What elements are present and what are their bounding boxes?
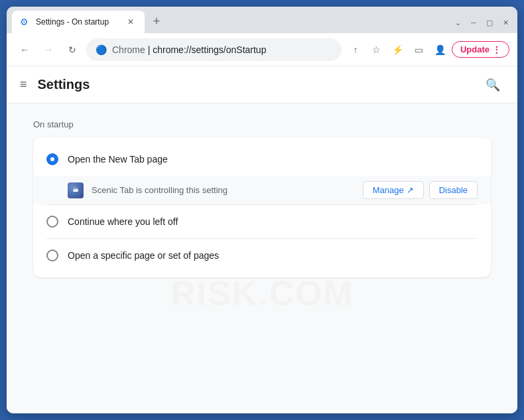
- external-link-icon: ↗: [407, 185, 414, 195]
- extension-buttons: Manage ↗ Disable: [363, 181, 478, 199]
- settings-content: On startup Open the New Tab page 🏔 Sceni…: [7, 104, 517, 293]
- option-label-specific-page: Open a specific page or set of pages: [68, 250, 478, 261]
- option-label-continue: Continue where you left off: [68, 216, 478, 227]
- share-icon[interactable]: ↑: [346, 40, 365, 60]
- tab-title: Settings - On startup: [36, 17, 119, 27]
- radio-button-specific-page[interactable]: [46, 249, 58, 261]
- browser-toolbar: ← → ↻ 🔵 Chrome | chrome://settings/onSta…: [7, 33, 517, 66]
- extension-message: Scenic Tab is controlling this setting: [92, 185, 355, 195]
- section-label: On startup: [33, 119, 491, 129]
- close-button[interactable]: ✕: [499, 16, 512, 29]
- cast-icon[interactable]: ▭: [409, 40, 429, 60]
- new-tab-button[interactable]: +: [147, 12, 166, 31]
- radio-button-continue[interactable]: [46, 216, 58, 228]
- radio-button-open-new-tab[interactable]: [46, 153, 58, 165]
- address-text: Chrome | chrome://settings/onStartup: [112, 44, 332, 55]
- manage-button[interactable]: Manage ↗: [363, 181, 424, 199]
- address-bar[interactable]: 🔵 Chrome | chrome://settings/onStartup: [86, 38, 342, 61]
- secure-icon: 🔵: [96, 44, 107, 55]
- update-button[interactable]: Update ⋮: [452, 41, 509, 58]
- extension-icon-inner: 🏔: [68, 182, 84, 198]
- bookmark-icon[interactable]: ☆: [367, 40, 387, 60]
- settings-header: ≡ Settings 🔍: [7, 66, 517, 104]
- forward-button[interactable]: →: [38, 40, 58, 60]
- disable-button[interactable]: Disable: [429, 181, 478, 199]
- profile-icon[interactable]: 👤: [430, 40, 450, 60]
- tab-close-icon[interactable]: ✕: [125, 16, 137, 28]
- settings-page-title: Settings: [38, 77, 471, 92]
- window-controls: ⌄ ─ ▢ ✕: [451, 16, 512, 33]
- settings-page: PC RISK.COM ≡ Settings 🔍 On startup Open…: [7, 66, 517, 413]
- list-item[interactable]: Open a specific page or set of pages: [33, 239, 491, 272]
- extension-icon[interactable]: ⚡: [388, 40, 408, 60]
- list-item[interactable]: Open the New Tab page: [33, 143, 491, 176]
- tab-group: ⚙ Settings - On startup ✕ +: [12, 7, 451, 33]
- hamburger-menu-icon[interactable]: ≡: [20, 78, 27, 92]
- search-icon: 🔍: [486, 78, 500, 92]
- browser-window: ⚙ Settings - On startup ✕ + ⌄ ─ ▢ ✕ ← → …: [7, 7, 517, 413]
- settings-search-button[interactable]: 🔍: [482, 74, 504, 96]
- back-button[interactable]: ←: [15, 40, 34, 60]
- reload-button[interactable]: ↻: [62, 40, 82, 60]
- startup-options-card: Open the New Tab page 🏔 Scenic Tab is co…: [33, 137, 491, 277]
- tab-favicon-icon: ⚙: [20, 17, 31, 27]
- active-tab[interactable]: ⚙ Settings - On startup ✕: [12, 11, 145, 33]
- minimize-button[interactable]: ─: [467, 16, 480, 29]
- list-item[interactable]: Continue where you left off: [33, 205, 491, 238]
- option-label-open-new-tab: Open the New Tab page: [68, 154, 478, 165]
- extension-favicon: 🏔: [68, 182, 84, 198]
- toolbar-actions: ↑ ☆ ⚡ ▭ 👤 Update ⋮: [346, 40, 509, 60]
- chevron-down-icon[interactable]: ⌄: [451, 16, 464, 29]
- title-bar: ⚙ Settings - On startup ✕ + ⌄ ─ ▢ ✕: [7, 7, 517, 33]
- extension-control-row: 🏔 Scenic Tab is controlling this setting…: [33, 176, 491, 204]
- maximize-button[interactable]: ▢: [483, 16, 496, 29]
